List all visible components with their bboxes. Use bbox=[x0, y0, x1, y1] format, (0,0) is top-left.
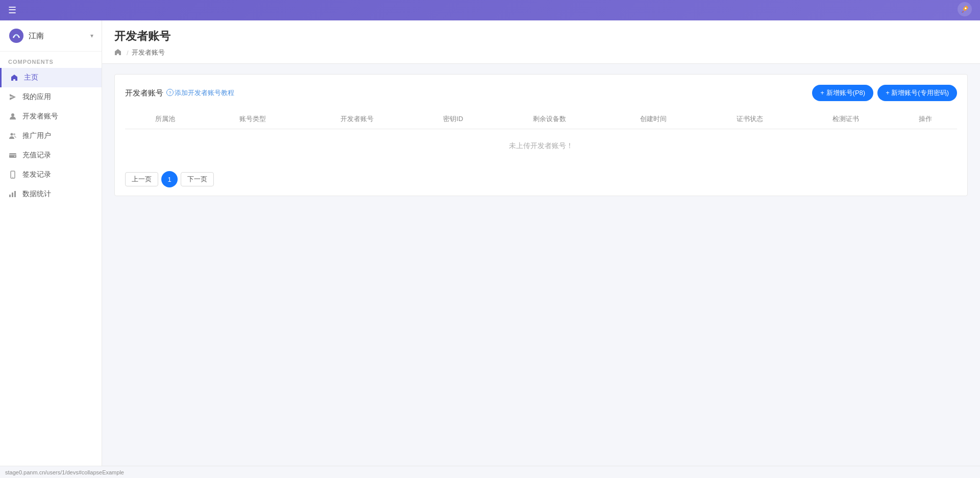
svg-text:?: ? bbox=[168, 90, 171, 95]
card-header: 开发者账号 ? 添加开发者账号教程 + 新增账号(P8) + 新增账号(专用密码… bbox=[125, 85, 957, 101]
svg-rect-10 bbox=[9, 195, 11, 197]
table-empty-row: 未上传开发者账号！ bbox=[125, 129, 957, 163]
svg-rect-6 bbox=[9, 153, 16, 158]
col-check-cert: 检测证书 bbox=[798, 109, 894, 129]
table-empty-text: 未上传开发者账号！ bbox=[125, 129, 957, 163]
sidebar-item-promo-users[interactable]: 推广用户 bbox=[0, 126, 102, 146]
wallet-icon bbox=[8, 151, 17, 160]
page-title: 开发者账号 bbox=[114, 29, 968, 44]
main-layout: 江南 ▾ COMPONENTS 主页 我的应用 bbox=[0, 20, 980, 466]
page-content: 开发者账号 ? 添加开发者账号教程 + 新增账号(P8) + 新增账号(专用密码… bbox=[102, 64, 980, 466]
sidebar-item-developer-accounts-label: 开发者账号 bbox=[22, 112, 58, 121]
sidebar-item-promo-users-label: 推广用户 bbox=[22, 131, 51, 140]
current-page-number[interactable]: 1 bbox=[161, 171, 178, 187]
person-icon bbox=[8, 112, 17, 121]
content-area: 开发者账号 / 开发者账号 开发者账号 bbox=[102, 20, 980, 466]
sidebar: 江南 ▾ COMPONENTS 主页 我的应用 bbox=[0, 20, 102, 466]
brand-logo-icon bbox=[8, 28, 24, 44]
brand-name: 江南 bbox=[29, 31, 44, 41]
col-pool: 所属池 bbox=[125, 109, 205, 129]
statusbar: stage0.panm.cn/users/1/devs#collapseExam… bbox=[0, 466, 980, 478]
sidebar-brand[interactable]: 江南 ▾ bbox=[0, 20, 102, 52]
data-table: 所属池 账号类型 开发者账号 密钥ID 剩余设备数 创建时间 证书状态 检测证书… bbox=[125, 109, 957, 163]
breadcrumb: / 开发者账号 bbox=[114, 48, 968, 63]
table-header-row: 所属池 账号类型 开发者账号 密钥ID 剩余设备数 创建时间 证书状态 检测证书… bbox=[125, 109, 957, 129]
rocket-icon bbox=[958, 2, 972, 16]
sidebar-item-my-apps-label: 我的应用 bbox=[22, 92, 51, 102]
sidebar-item-recharge-records-label: 充值记录 bbox=[22, 151, 51, 160]
help-circle-icon: ? bbox=[166, 89, 174, 98]
col-account-type: 账号类型 bbox=[205, 109, 301, 129]
breadcrumb-home-icon bbox=[114, 49, 121, 57]
sidebar-item-data-stats-label: 数据统计 bbox=[22, 189, 51, 199]
col-created-time: 创建时间 bbox=[605, 109, 701, 129]
svg-point-9 bbox=[12, 177, 13, 178]
breadcrumb-current: 开发者账号 bbox=[132, 48, 165, 57]
page-header: 开发者账号 / 开发者账号 bbox=[102, 20, 980, 64]
svg-point-5 bbox=[13, 133, 15, 135]
sidebar-item-home-label: 主页 bbox=[24, 73, 38, 82]
col-action: 操作 bbox=[894, 109, 957, 129]
brand-arrow-icon: ▾ bbox=[90, 32, 93, 39]
breadcrumb-separator: / bbox=[127, 49, 129, 57]
table-body: 未上传开发者账号！ bbox=[125, 129, 957, 163]
send-icon bbox=[8, 92, 17, 102]
mobile-icon bbox=[8, 170, 17, 179]
content-card: 开发者账号 ? 添加开发者账号教程 + 新增账号(P8) + 新增账号(专用密码… bbox=[114, 74, 968, 196]
sidebar-item-developer-accounts[interactable]: 开发者账号 bbox=[0, 107, 102, 126]
sidebar-item-sign-records-label: 签发记录 bbox=[22, 170, 51, 179]
add-special-button[interactable]: + 新增账号(专用密码) bbox=[877, 85, 957, 101]
svg-point-7 bbox=[14, 156, 15, 157]
menu-icon[interactable]: ☰ bbox=[8, 5, 16, 16]
chart-icon bbox=[8, 189, 17, 199]
sidebar-section-label: COMPONENTS bbox=[0, 52, 102, 68]
card-actions: + 新增账号(P8) + 新增账号(专用密码) bbox=[812, 85, 957, 101]
sidebar-item-home[interactable]: 主页 bbox=[0, 68, 102, 87]
sidebar-item-recharge-records[interactable]: 充值记录 bbox=[0, 146, 102, 165]
svg-point-3 bbox=[11, 113, 14, 116]
add-p8-button[interactable]: + 新增账号(P8) bbox=[812, 85, 873, 101]
home-icon bbox=[10, 73, 19, 82]
card-title: 开发者账号 bbox=[125, 88, 163, 98]
sidebar-item-sign-records[interactable]: 签发记录 bbox=[0, 165, 102, 184]
svg-rect-12 bbox=[14, 191, 16, 197]
users-icon bbox=[8, 131, 17, 140]
col-cert-status: 证书状态 bbox=[702, 109, 798, 129]
topbar: ☰ bbox=[0, 0, 980, 20]
sidebar-item-data-stats[interactable]: 数据统计 bbox=[0, 184, 102, 204]
topbar-rocket-area bbox=[958, 2, 972, 18]
col-developer-account: 开发者账号 bbox=[301, 109, 413, 129]
card-title-area: 开发者账号 ? 添加开发者账号教程 bbox=[125, 88, 234, 98]
svg-rect-11 bbox=[12, 193, 13, 197]
svg-point-2 bbox=[9, 29, 23, 43]
svg-point-4 bbox=[11, 133, 13, 136]
svg-point-1 bbox=[965, 8, 967, 10]
statusbar-url: stage0.panm.cn/users/1/devs#collapseExam… bbox=[5, 469, 124, 475]
sidebar-item-my-apps[interactable]: 我的应用 bbox=[0, 87, 102, 107]
table-header: 所属池 账号类型 开发者账号 密钥ID 剩余设备数 创建时间 证书状态 检测证书… bbox=[125, 109, 957, 129]
help-link[interactable]: 添加开发者账号教程 bbox=[175, 88, 234, 98]
pagination: 上一页 1 下一页 bbox=[125, 171, 957, 187]
col-key-id: 密钥ID bbox=[413, 109, 493, 129]
next-page-button[interactable]: 下一页 bbox=[181, 172, 214, 186]
prev-page-button[interactable]: 上一页 bbox=[125, 172, 158, 186]
col-remaining-devices: 剩余设备数 bbox=[493, 109, 605, 129]
